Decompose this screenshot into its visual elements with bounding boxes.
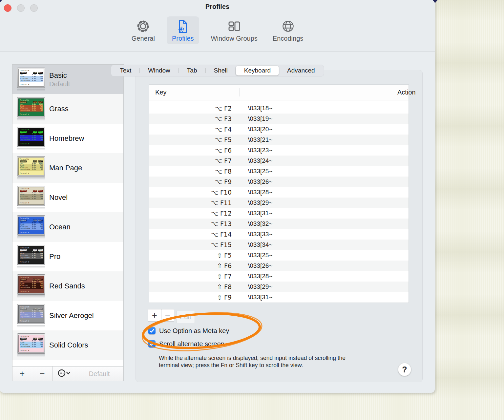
table-row[interactable]: ⌥ F7\033[24~: [149, 156, 409, 166]
table-row[interactable]: ⌥ F9\033[26~: [149, 177, 409, 187]
column-header-action: Action: [397, 89, 416, 96]
terminal-preview-frame: Terminal1#COMMAND%CPURPRVTtop4.1%231KXco…: [17, 333, 45, 354]
table-row[interactable]: ⌥ F2\033[18~: [149, 103, 409, 114]
tab-window[interactable]: Window: [140, 66, 178, 75]
terminal-preview-screen: Terminal1#COMMAND%CPURPRVTtop4.1%231KXco…: [18, 305, 44, 323]
checkbox-use-option-as-meta-key[interactable]: [148, 327, 156, 334]
profile-item-silver-aerogel[interactable]: Terminal1#COMMAND%CPURPRVTtop4.1%231KXco…: [12, 301, 123, 330]
toolbar-item-general[interactable]: General: [128, 16, 158, 44]
table-row[interactable]: ⇧ F5\033[25~: [149, 250, 409, 261]
action-cell: \033[18~: [240, 105, 273, 112]
action-cell: \033[32~: [240, 220, 273, 227]
terminal-preview-frame: Terminal1#COMMAND%CPURPRVTtop4.1%231KXco…: [17, 215, 45, 236]
key-cell: ⇧ F9: [149, 294, 240, 301]
profile-item-man-page[interactable]: Terminal1#COMMAND%CPURPRVTtop4.1%231KXco…: [12, 153, 123, 183]
toolbar-item-profiles[interactable]: Profiles: [167, 16, 199, 44]
terminal-preview-screen: Terminal1#COMMAND%CPURPRVTtop4.1%231KXco…: [18, 246, 44, 264]
add-key-mapping-button[interactable]: +: [148, 309, 161, 322]
table-row[interactable]: ⌥ F15\033[34~: [149, 240, 409, 250]
profile-thumbnail: Terminal1#COMMAND%CPURPRVTtop4.1%231KXco…: [17, 97, 45, 121]
key-cell: ⌥ F14: [149, 231, 240, 238]
terminal-preview-screen: Terminal1#COMMAND%CPURPRVTtop4.1%231KXco…: [18, 128, 44, 146]
remove-profile-button[interactable]: −: [32, 367, 53, 381]
action-cell: \033[19~: [240, 115, 273, 122]
minus-icon: −: [165, 311, 170, 320]
tab-advanced[interactable]: Advanced: [279, 66, 323, 75]
terminal-preview-frame: Terminal1#COMMAND%CPURPRVTtop4.1%231KXco…: [17, 97, 45, 117]
plus-icon: +: [20, 369, 25, 378]
table-row[interactable]: ⇧ F6\033[26~: [149, 261, 409, 271]
set-default-label: Default: [89, 370, 110, 378]
profile-thumbnail: Terminal1#COMMAND%CPURPRVTtop4.1%231KXco…: [17, 68, 45, 91]
thumbnail-reflection: [17, 266, 45, 268]
toolbar-item-window-groups[interactable]: Window Groups: [208, 16, 261, 44]
thumbnail-reflection: [17, 207, 45, 209]
tab-tab[interactable]: Tab: [179, 66, 205, 75]
checkbox-group: Use Option as Meta keyScroll alternate s…: [148, 327, 229, 353]
terminal-preview-screen: Terminal1#COMMAND%CPURPRVTtop4.1%231KXco…: [18, 69, 44, 87]
action-cell: \033[25~: [240, 168, 273, 175]
profile-item-novel[interactable]: Terminal1#COMMAND%CPURPRVTtop4.1%231KXco…: [12, 183, 123, 212]
terminal-preview-screen: Terminal1#COMMAND%CPURPRVTtop4.1%231KXco…: [18, 276, 44, 293]
profile-name: Silver Aerogel: [49, 311, 94, 320]
remove-key-mapping-button[interactable]: −: [161, 309, 174, 322]
profile-name: Man Page: [49, 164, 82, 172]
key-cell: ⌥ F3: [149, 115, 240, 122]
profile-item-red-sands[interactable]: Terminal1#COMMAND%CPURPRVTtop4.1%231KXco…: [12, 271, 123, 301]
help-button[interactable]: ?: [398, 363, 411, 376]
table-row[interactable]: ⌥ F4\033[20~: [149, 124, 409, 135]
profile-name: Homebrew: [49, 134, 84, 143]
table-row[interactable]: ⌥ F5\033[21~: [149, 135, 409, 145]
tab-shell[interactable]: Shell: [205, 66, 236, 75]
profiles-sidebar: Terminal1#COMMAND%CPURPRVTtop4.1%231KXco…: [12, 64, 124, 381]
profile-name: Solid Colors: [49, 341, 88, 349]
profile-item-basic[interactable]: Terminal1#COMMAND%CPURPRVTtop4.1%231KXco…: [12, 65, 123, 94]
table-row[interactable]: ⇧ F8\033[29~: [149, 282, 409, 292]
terminal-preview-screen: Terminal1#COMMAND%CPURPRVTtop4.1%231KXco…: [18, 217, 44, 234]
set-default-button[interactable]: Default: [75, 367, 123, 381]
profile-tabs: TextWindowTabShellKeyboardAdvanced: [111, 65, 324, 76]
table-row[interactable]: ⌥ F12\033[31~: [149, 208, 409, 219]
table-row[interactable]: ⇧ F7\033[28~: [149, 271, 409, 282]
key-cell: ⇧ F5: [149, 252, 240, 259]
table-row[interactable]: ⇧ F9\033[31~: [149, 292, 409, 303]
toolbar-item-label: Encodings: [273, 35, 303, 42]
table-row[interactable]: ⌥ F11\033[29~: [149, 198, 409, 208]
table-row[interactable]: ⌥ F13\033[32~: [149, 219, 409, 229]
table-row[interactable]: ⌥ F3\033[19~: [149, 114, 409, 124]
table-row[interactable]: ⌥ F8\033[25~: [149, 166, 409, 177]
thumbnail-reflection: [17, 148, 45, 150]
action-cell: \033[34~: [240, 241, 273, 248]
edit-key-mapping-button[interactable]: Edit: [176, 311, 195, 323]
table-header: Key Action: [149, 85, 409, 100]
profile-thumbnail: Terminal1#COMMAND%CPURPRVTtop4.1%231KXco…: [17, 156, 45, 180]
profile-thumbnail: Terminal1#COMMAND%CPURPRVTtop4.1%231KXco…: [17, 215, 45, 239]
profile-item-ocean[interactable]: Terminal1#COMMAND%CPURPRVTtop4.1%231KXco…: [12, 212, 123, 242]
add-profile-button[interactable]: +: [12, 367, 32, 381]
tab-keyboard[interactable]: Keyboard: [236, 66, 279, 75]
action-cell: \033[20~: [240, 126, 273, 133]
profile-document-icon: [175, 18, 190, 34]
more-options-icon: [57, 369, 71, 379]
toolbar-item-label: Window Groups: [211, 35, 258, 42]
column-divider[interactable]: [240, 88, 240, 96]
profile-item-pro[interactable]: Terminal1#COMMAND%CPURPRVTtop4.1%231KXco…: [12, 242, 123, 271]
action-cell: \033[26~: [240, 262, 273, 269]
profile-item-grass[interactable]: Terminal1#COMMAND%CPURPRVTtop4.1%231KXco…: [12, 94, 123, 124]
profile-item-solid-colors[interactable]: Terminal1#COMMAND%CPURPRVTtop4.1%231KXco…: [12, 330, 123, 360]
toolbar-item-encodings[interactable]: Encodings: [269, 16, 306, 44]
table-row[interactable]: ⌥ F14\033[33~: [149, 229, 409, 240]
action-cell: \033[21~: [240, 136, 273, 143]
table-row[interactable]: ⌥ F6\033[23~: [149, 145, 409, 156]
thumbnail-reflection: [17, 118, 45, 121]
action-cell: \033[24~: [240, 157, 273, 164]
question-mark-icon: ?: [402, 365, 407, 374]
profile-item-homebrew[interactable]: Terminal1#COMMAND%CPURPRVTtop4.1%231KXco…: [12, 124, 123, 153]
table-row[interactable]: ⌥ F10\033[28~: [149, 187, 409, 198]
terminal-preview-frame: Terminal1#COMMAND%CPURPRVTtop4.1%231KXco…: [17, 68, 45, 88]
profile-default-badge: Default: [49, 80, 70, 88]
more-options-button[interactable]: [53, 367, 75, 381]
tab-text[interactable]: Text: [112, 66, 139, 75]
profile-name: Ocean: [49, 223, 71, 231]
checkbox-scroll-alternate-screen[interactable]: [148, 340, 156, 347]
